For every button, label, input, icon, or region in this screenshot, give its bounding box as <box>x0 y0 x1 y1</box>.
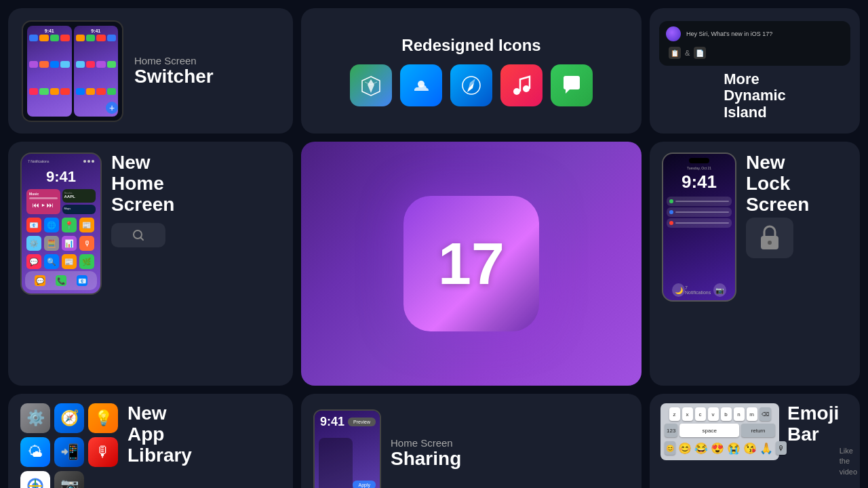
watermark: Like the video <box>840 446 857 477</box>
kbd-key-space[interactable]: space <box>679 424 739 437</box>
music-icon <box>500 64 542 106</box>
app-row-3: 💬 🔍 📰 🌿 <box>25 254 97 269</box>
app-dot <box>60 88 69 95</box>
lib-icon-settings: ⚙️ <box>20 403 50 433</box>
lib-icon-camera: 📷 <box>54 471 84 488</box>
lock-time: 9:41 <box>667 171 732 192</box>
switcher-label: Home Screen <box>134 55 214 66</box>
kbd-key-return[interactable]: return <box>741 424 775 437</box>
switcher-text: Home Screen Switcher <box>134 55 214 87</box>
app-dot <box>60 35 69 41</box>
signal-dot <box>92 160 94 163</box>
emoji-text: Emoji Bar <box>787 403 839 445</box>
app-icon-sm: 💬 <box>26 254 41 269</box>
dynamic-label1: More <box>724 71 786 87</box>
kbd-key-delete[interactable]: ⌫ <box>760 407 771 421</box>
app-dot <box>76 88 85 95</box>
signal-dot <box>87 160 90 163</box>
app-dot <box>96 61 105 68</box>
notif-dot <box>669 199 673 203</box>
dock-messages: 💬 <box>35 275 45 286</box>
kbd-mic-button[interactable]: 🎙 <box>776 441 787 455</box>
lockscreen-text-area: New Lock Screen <box>746 152 809 258</box>
emoji-title: Emoji <box>787 403 839 424</box>
app-dot <box>96 88 105 95</box>
notif-count: 7 Notifications <box>28 159 49 163</box>
app-dot <box>29 61 38 68</box>
keyboard-mockup: z x c v b n m ⌫ 123 space return 😊 😊 😂 😍… <box>660 403 779 460</box>
preview-button[interactable]: Preview <box>348 418 376 426</box>
messages-icon <box>551 64 593 106</box>
safari-icon <box>450 64 492 106</box>
applibrary-line1: App <box>127 424 192 445</box>
app-dot <box>86 35 95 41</box>
kbd-emoji-row: 😊 😊 😂 😍 😭 😘 🙏 🎙 <box>665 440 775 456</box>
chrome-logo <box>26 477 44 488</box>
app-dot <box>39 88 48 95</box>
app-dot <box>29 88 38 95</box>
weather-icon <box>400 64 442 106</box>
app-dot <box>50 88 59 95</box>
app-dot <box>39 61 48 68</box>
phone-time-left: 9:41 <box>29 28 70 33</box>
apply-button[interactable]: Apply <box>353 481 376 489</box>
app-library-icons: ⚙️ 🧭 💡 🌤 📲 🎙 📷 <box>20 403 118 488</box>
ios17-icon: 17 <box>403 196 539 331</box>
applibrary-line2: Library <box>127 445 192 466</box>
notif-item <box>667 197 732 206</box>
lock-widget-moon: 🌙 <box>672 283 685 297</box>
kbd-key-v: v <box>708 407 719 421</box>
applibrary-text: New App Library <box>127 403 192 466</box>
app-dot <box>29 35 38 41</box>
app-icon-sm: 📍 <box>62 218 77 232</box>
homescreen-text-area: New Home Screen <box>111 152 174 247</box>
lib-icon-weather: 🌤 <box>20 437 50 467</box>
lock-phone-mockup: Tuesday, Oct 21 9:41 🌙 7 Notificatio <box>662 152 736 302</box>
app-row-1: 📧 🌐 📍 📰 <box>25 218 97 232</box>
app-icon-sm: 📧 <box>26 218 41 232</box>
lockscreen-line1: Lock <box>746 174 809 195</box>
lock-notifications <box>667 197 732 282</box>
dynamic-island-text: More Dynamic Island <box>724 71 786 121</box>
lockscreen-line2: Screen <box>746 195 809 216</box>
kbd-emoji-toggle[interactable]: 😊 <box>665 441 675 455</box>
notif-dot <box>669 210 673 214</box>
lib-icon-voice: 🎙 <box>88 437 118 467</box>
notif-dot <box>669 221 673 225</box>
card-app-library: ⚙️ 🧭 💡 🌤 📲 🎙 📷 New App Library <box>8 394 293 488</box>
sharing-text: Home Screen Sharing <box>391 437 461 470</box>
lock-notification-count: 7 Notifications <box>685 285 713 295</box>
notif-line <box>675 222 729 224</box>
app-dot <box>107 61 116 68</box>
emoji-3: 😍 <box>711 442 724 455</box>
lock-icon-box <box>746 218 793 258</box>
app-dot <box>107 88 116 95</box>
home-phone-mockup: 7 Notifications 9:41 Music ⏮ ▶ ⏭ Stocks … <box>20 152 102 295</box>
app-dot <box>86 88 95 95</box>
lock-date: Tuesday, Oct 21 <box>667 166 732 170</box>
sharing-title: Sharing <box>391 449 461 470</box>
lockscreen-tag: New <box>746 152 809 174</box>
card-redesigned-icons: Redesigned Icons <box>301 8 642 134</box>
card-dynamic-island: Hey Siri, What's new in iOS 17? 📋 & 📄 Mo… <box>650 8 860 134</box>
app-dot <box>60 61 69 68</box>
dynamic-island-pill <box>689 158 709 163</box>
siri-ball <box>666 26 681 41</box>
notif-line <box>675 211 729 213</box>
svg-point-6 <box>523 85 530 92</box>
watermark-line2: the <box>840 457 850 465</box>
kbd-key-123[interactable]: 123 <box>665 424 677 437</box>
kbd-key-m: m <box>747 407 757 421</box>
app-icon-sm: 🔍 <box>44 254 59 269</box>
lockscreen-text: New Lock Screen <box>746 152 809 215</box>
card-ios17: 17 <box>301 142 642 386</box>
homescreen-line1: Home <box>111 174 174 195</box>
search-icon <box>132 228 145 242</box>
sharing-label: Home Screen <box>391 437 461 449</box>
app-dot <box>39 35 48 41</box>
apps-grid-left <box>29 35 70 114</box>
kbd-key-x: x <box>682 407 693 421</box>
dynamic-island-demo: Hey Siri, What's new in iOS 17? 📋 & 📄 <box>659 21 850 66</box>
lib-icon-appstore: 📲 <box>54 437 84 467</box>
card-sharing: 9:41 Preview Apply Home Screen Sharing <box>301 394 642 488</box>
